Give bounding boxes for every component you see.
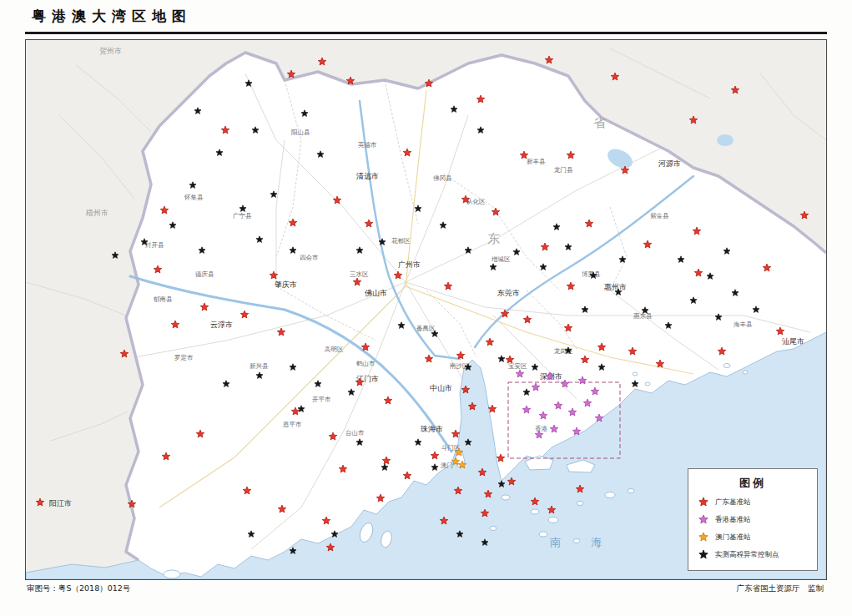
legend-items: 广东基准站香港基准站澳门基准站实测高程异常控制点 [697,496,809,561]
map-label: 南 海 [550,536,615,548]
approval-number: 审图号：粤S（2018）012号 [27,583,130,594]
map-label: 怀集县 [184,194,204,201]
map-label: 广宁县 [233,212,252,220]
map-label: 贺州市 [99,47,122,55]
map-label: 云浮市 [210,321,233,329]
map-label: 紫金县 [650,212,669,220]
map-label: 香港 [535,425,548,432]
map-label: 阳江市 [49,499,72,507]
map-label: 英德市 [358,141,377,149]
map-label: 德庆县 [195,270,214,278]
map-label: 鹤山市 [356,360,376,367]
map-label: 佛山市 [365,289,387,297]
map-label: 阳山县 [291,129,310,136]
map-label: 封开县 [144,241,164,249]
map-label: 清远市 [355,172,379,180]
legend-item-mo: 澳门基准站 [697,531,809,543]
map-label: 佛冈县 [433,174,452,182]
legend-title: 图例 [697,476,809,491]
map-label: 龙门县 [554,166,573,174]
map-label: 东莞市 [497,289,520,297]
map-label: 澳门 [441,462,453,469]
map-label: 新丰县 [527,158,546,165]
map-label: 四会市 [300,254,319,261]
map-label: 广州市 [398,260,421,269]
legend-item-ctrl: 实测高程异常控制点 [697,548,809,561]
map-label: 番禺区 [416,325,436,332]
map-label: 罗定市 [174,354,194,361]
map-label: 肇庆市 [275,280,297,289]
map-label: 海丰县 [734,321,753,328]
map-label: 三水区 [350,270,369,278]
control-point-legend-icon [697,548,710,561]
legend: 图例 广东基准站香港基准站澳门基准站实测高程异常控制点 [688,468,818,571]
map-label: 珠海市 [421,425,443,433]
title-rule [25,32,827,34]
hongkong-station-legend-icon [697,513,710,526]
legend-item-gd: 广东基准站 [697,496,809,508]
legend-label: 香港基准站 [715,515,751,525]
map-label: 新兴县 [250,362,269,370]
footer: 审图号：粤S（2018）012号 广东省国土资源厅 监制 [27,583,824,594]
map-label: 从化区 [466,198,486,205]
legend-label: 实测高程异常控制点 [715,550,779,560]
map-label: 宝安区 [508,362,527,370]
map-label: 郁南县 [154,295,173,303]
map-label: 恩平市 [282,421,302,428]
map-label: 梧州市 [85,209,108,217]
producer: 广东省国土资源厅 监制 [737,583,824,594]
map-label: 花都区 [391,237,411,245]
map-label: 河源市 [658,159,681,168]
map-label: 惠州市 [603,283,627,291]
map-label: 东 [487,231,502,246]
legend-label: 澳门基准站 [715,533,751,543]
guangdong-station-legend-icon [697,496,710,508]
map-label: 开平市 [312,396,331,403]
map-document: 粤港澳大湾区地图 [0,0,852,616]
page-title: 粤港澳大湾区地图 [32,7,192,26]
map-label: 增城区 [491,255,511,263]
map-label: 中山市 [430,384,452,392]
map-label: 汕尾市 [782,337,804,346]
macao-station-legend-icon [697,531,710,543]
map-label: 高明区 [325,346,344,353]
map-label: 省 [593,115,608,130]
map-frame: 贺州市梧州市东省清远市广州市佛山市肇庆市云浮市江门市中山市珠海市东莞市深圳市惠州… [25,39,827,580]
legend-item-hk: 香港基准站 [697,513,809,526]
legend-label: 广东基准站 [715,497,751,507]
map-label: 台山市 [345,429,365,437]
